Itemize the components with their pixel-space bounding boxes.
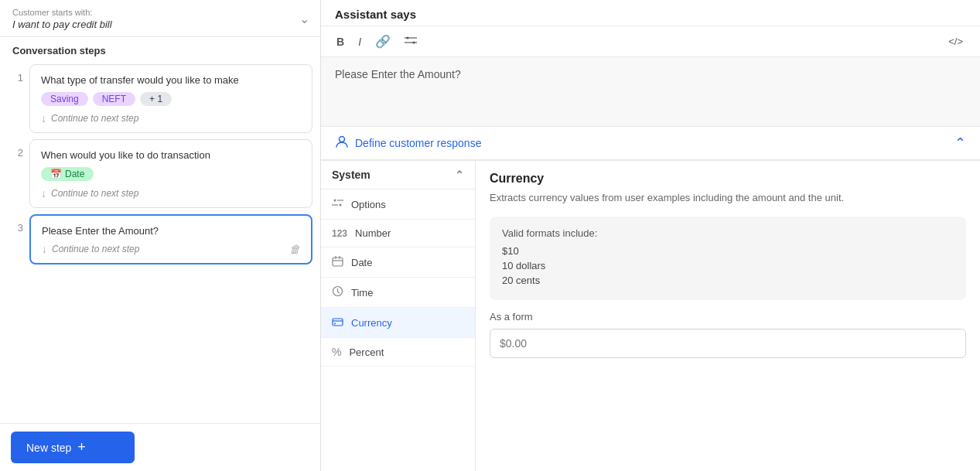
step-card-1[interactable]: What type of transfer would you like to … — [29, 64, 312, 133]
editor-toolbar: B I 🔗 </> — [321, 26, 980, 57]
step-title-2: When would you like to do transaction — [41, 149, 301, 161]
bold-button[interactable]: B — [332, 32, 349, 51]
step-tags-2: 📅 Date — [41, 167, 301, 181]
options-icon — [332, 197, 343, 211]
customer-starts-section: Customer starts with: I want to pay cred… — [0, 0, 320, 37]
step-continue-3: ↓ Continue to next step 🗑 — [42, 243, 300, 255]
step-item-3: 3 Please Enter the Amount? ↓ Continue to… — [8, 214, 312, 265]
percent-icon: % — [332, 346, 341, 358]
step-title-3: Please Enter the Amount? — [42, 225, 300, 237]
step-item-1: 1 What type of transfer would you like t… — [8, 64, 312, 133]
step-tags-1: Saving NEFT + 1 — [41, 92, 301, 106]
sidebar-item-options[interactable]: Options — [321, 189, 475, 220]
svg-point-7 — [340, 204, 342, 206]
step-title-1: What type of transfer would you like to … — [41, 74, 301, 86]
tag-date: 📅 Date — [41, 167, 94, 181]
editor-area[interactable]: Please Enter the Amount? — [321, 57, 980, 127]
code-button[interactable]: </> — [942, 32, 969, 50]
step-continue-1: ↓ Continue to next step — [41, 112, 301, 125]
new-step-label: New step — [26, 442, 71, 454]
steps-list: 1 What type of transfer would you like t… — [0, 61, 320, 423]
step-number-2: 2 — [8, 139, 23, 159]
svg-rect-9 — [333, 258, 343, 266]
as-form-label: As a form — [490, 311, 966, 323]
sidebar-item-percent[interactable]: % Percent — [321, 338, 475, 367]
svg-rect-16 — [333, 319, 343, 326]
customer-starts-value: I want to pay credit bill — [12, 19, 308, 30]
svg-point-5 — [334, 200, 336, 202]
assistant-says-header: Assistant says — [321, 0, 980, 26]
person-icon — [335, 135, 349, 152]
tag-plus1: + 1 — [140, 92, 172, 106]
svg-point-18 — [334, 323, 336, 325]
sidebar-item-currency[interactable]: Currency — [321, 308, 475, 338]
time-icon — [332, 285, 343, 299]
conversation-steps-header: Conversation steps — [0, 37, 320, 61]
continue-label-1: Continue to next step — [51, 113, 138, 124]
continue-label-2: Continue to next step — [51, 188, 138, 199]
system-sidebar: System ⌃ Options 123 Number — [321, 161, 476, 471]
define-customer-left: Define customer response — [335, 135, 481, 152]
valid-formats-box: Valid formats include: $10 10 dollars 20… — [490, 217, 966, 300]
date-label: Date — [351, 257, 372, 268]
sidebar-item-number[interactable]: 123 Number — [321, 220, 475, 247]
calendar-icon: 📅 — [50, 169, 62, 179]
define-customer-response[interactable]: Define customer response ⌃ — [321, 127, 980, 160]
step-card-2[interactable]: When would you like to do transaction 📅 … — [29, 139, 312, 208]
currency-icon — [332, 316, 343, 329]
define-customer-label: Define customer response — [355, 137, 481, 149]
currency-description: Extracts currency values from user examp… — [490, 190, 966, 206]
right-panel: Assistant says B I 🔗 </> Please Enter th… — [321, 0, 980, 471]
italic-button[interactable]: I — [353, 32, 366, 51]
editor-content: Please Enter the Amount? — [335, 68, 461, 80]
tag-neft: NEFT — [93, 92, 135, 106]
customer-starts-label: Customer starts with: — [12, 8, 308, 17]
step-continue-2: ↓ Continue to next step — [41, 187, 301, 200]
chevron-up-icon: ⌃ — [954, 135, 966, 152]
system-collapse-icon[interactable]: ⌃ — [455, 169, 464, 181]
step-number-1: 1 — [8, 64, 23, 84]
number-icon: 123 — [332, 228, 347, 239]
step-card-3[interactable]: Please Enter the Amount? ↓ Continue to n… — [29, 214, 312, 265]
time-label: Time — [351, 287, 373, 299]
valid-format-3: 20 cents — [502, 275, 954, 286]
system-header: System ⌃ — [321, 161, 475, 189]
sidebar-item-time[interactable]: Time — [321, 278, 475, 308]
system-label: System — [332, 169, 370, 181]
arrow-down-icon-2: ↓ — [41, 187, 46, 200]
svg-point-4 — [340, 137, 345, 142]
step-number-3: 3 — [8, 214, 23, 234]
continue-label-3: Continue to next step — [52, 244, 139, 254]
tag-saving: Saving — [41, 92, 88, 106]
chevron-down-icon[interactable]: ⌄ — [299, 11, 309, 26]
step-item-2: 2 When would you like to do transaction … — [8, 139, 312, 208]
currency-detail: Currency Extracts currency values from u… — [476, 161, 980, 471]
sidebar-item-date[interactable]: Date — [321, 247, 475, 278]
response-panel: System ⌃ Options 123 Number — [321, 160, 980, 471]
valid-format-1: $10 — [502, 245, 954, 257]
svg-line-15 — [338, 292, 340, 293]
currency-title: Currency — [490, 172, 966, 186]
percent-label: Percent — [349, 346, 384, 358]
currency-label: Currency — [351, 317, 392, 329]
plus-icon: + — [77, 439, 86, 456]
options-label: Options — [351, 199, 386, 210]
sliders-icon — [405, 34, 417, 46]
delete-icon[interactable]: 🗑 — [289, 243, 300, 255]
date-icon — [332, 255, 343, 269]
valid-format-2: 10 dollars — [502, 260, 954, 271]
arrow-down-icon: ↓ — [41, 112, 46, 125]
new-step-bar: New step + — [0, 423, 320, 471]
options-button[interactable] — [400, 31, 422, 52]
currency-form-input[interactable] — [490, 329, 966, 358]
valid-formats-label: Valid formats include: — [502, 227, 954, 239]
new-step-button[interactable]: New step + — [11, 432, 135, 463]
arrow-down-icon-3: ↓ — [42, 243, 47, 255]
link-button[interactable]: 🔗 — [370, 31, 395, 52]
left-panel: Customer starts with: I want to pay cred… — [0, 0, 321, 471]
number-label: Number — [355, 227, 391, 239]
